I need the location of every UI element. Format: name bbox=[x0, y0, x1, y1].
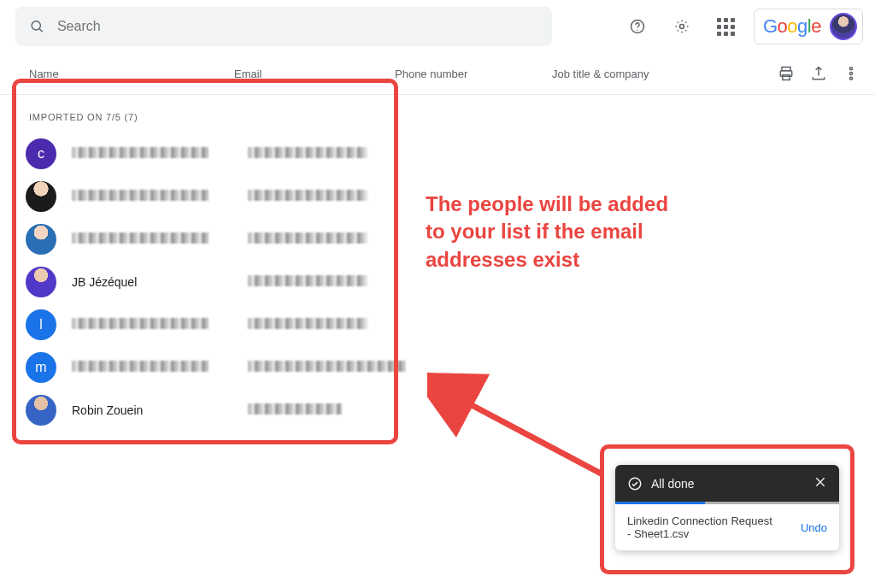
settings-button[interactable] bbox=[665, 9, 699, 44]
contact-row[interactable]: c bbox=[26, 132, 875, 175]
svg-rect-7 bbox=[783, 75, 790, 80]
contact-name bbox=[72, 147, 232, 161]
help-button[interactable] bbox=[620, 9, 655, 44]
column-job: Job title & company bbox=[552, 68, 778, 80]
svg-point-12 bbox=[629, 478, 641, 490]
avatar bbox=[26, 395, 56, 426]
apps-button[interactable] bbox=[709, 9, 743, 44]
close-icon bbox=[813, 475, 827, 489]
help-icon bbox=[629, 18, 646, 35]
svg-point-9 bbox=[850, 73, 853, 75]
column-headers: Name Email Phone number Job title & comp… bbox=[0, 53, 875, 95]
contact-email bbox=[248, 189, 402, 204]
search-input[interactable] bbox=[57, 19, 552, 34]
section-title: IMPORTED ON 7/5 (7) bbox=[0, 95, 875, 132]
more-button[interactable] bbox=[843, 65, 860, 82]
print-icon bbox=[778, 65, 795, 82]
print-button[interactable] bbox=[778, 65, 795, 82]
svg-point-3 bbox=[637, 30, 637, 31]
avatar bbox=[26, 267, 56, 297]
contact-name bbox=[72, 190, 232, 203]
avatar bbox=[26, 224, 56, 255]
toast-status: All done bbox=[651, 477, 695, 491]
avatar: l bbox=[26, 309, 56, 340]
column-actions bbox=[778, 65, 860, 82]
svg-point-8 bbox=[850, 68, 853, 70]
contact-row[interactable]: m bbox=[26, 346, 875, 389]
export-button[interactable] bbox=[810, 65, 827, 82]
contact-row[interactable]: l bbox=[26, 303, 875, 346]
avatar: m bbox=[26, 352, 56, 383]
search-icon bbox=[29, 18, 45, 35]
account-switcher[interactable]: Google bbox=[754, 9, 863, 44]
svg-point-0 bbox=[32, 21, 40, 30]
check-circle-icon bbox=[627, 476, 643, 491]
search-box[interactable] bbox=[15, 7, 552, 46]
annotation-line: to your list if the email bbox=[426, 218, 668, 245]
annotation-text: The people will be added to your list if… bbox=[426, 191, 668, 273]
apps-icon bbox=[717, 18, 735, 36]
google-logo: Google bbox=[763, 15, 821, 38]
more-vert-icon bbox=[843, 65, 860, 82]
avatar bbox=[26, 181, 56, 212]
svg-point-4 bbox=[679, 25, 684, 29]
contact-list: c JB Jézéquel l m Robin Zouein bbox=[0, 132, 875, 432]
account-avatar[interactable] bbox=[830, 13, 857, 40]
contact-email bbox=[248, 360, 402, 375]
gear-icon bbox=[673, 18, 690, 35]
contact-email bbox=[248, 403, 402, 418]
column-email: Email bbox=[234, 68, 395, 80]
contact-name bbox=[72, 318, 232, 332]
avatar: c bbox=[26, 138, 56, 169]
contact-row[interactable]: Robin Zouein bbox=[26, 389, 875, 432]
contact-name bbox=[72, 232, 232, 246]
toast-close-button[interactable] bbox=[813, 475, 827, 491]
annotation-line: The people will be added bbox=[426, 191, 668, 218]
app-header: Google bbox=[0, 0, 875, 53]
contact-name: Robin Zouein bbox=[72, 403, 232, 417]
toast-header: All done bbox=[615, 465, 839, 502]
toast-undo-button[interactable]: Undo bbox=[801, 521, 827, 534]
contact-name: JB Jézéquel bbox=[72, 275, 232, 289]
contact-email bbox=[248, 146, 402, 162]
toast: All done Linkedin Connection Request - S… bbox=[615, 465, 839, 550]
toast-filename: Linkedin Connection Request - Sheet1.csv bbox=[627, 514, 772, 540]
toast-body: Linkedin Connection Request - Sheet1.csv… bbox=[615, 504, 839, 550]
annotation-line: addresses exist bbox=[426, 246, 668, 273]
contact-name bbox=[72, 361, 232, 374]
svg-point-10 bbox=[850, 77, 853, 79]
contact-email bbox=[248, 232, 402, 247]
contact-email bbox=[248, 317, 402, 332]
column-phone: Phone number bbox=[395, 68, 552, 80]
export-icon bbox=[810, 65, 827, 82]
column-name: Name bbox=[29, 68, 234, 80]
svg-line-1 bbox=[39, 29, 43, 32]
contact-email bbox=[248, 274, 402, 290]
